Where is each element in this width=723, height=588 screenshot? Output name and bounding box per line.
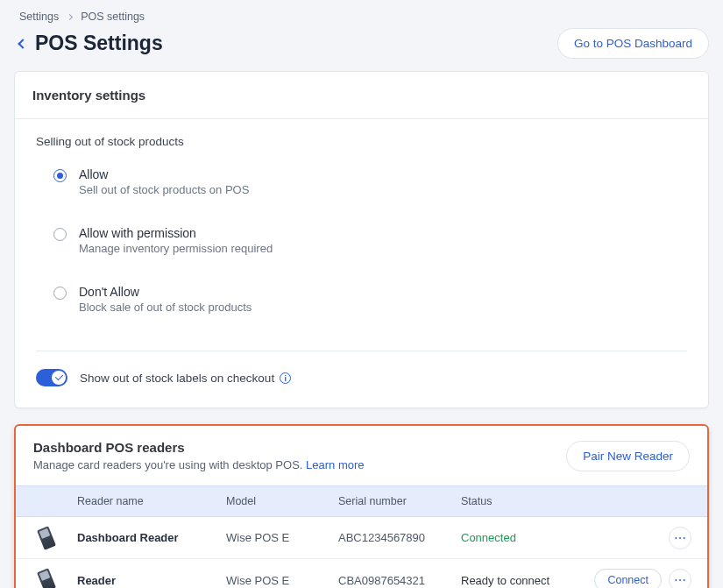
page-title: POS Settings: [35, 32, 163, 55]
radio-label: Allow with permission: [79, 226, 273, 240]
inventory-title: Inventory settings: [15, 72, 708, 119]
reader-model: Wise POS E: [226, 574, 338, 587]
radio-desc: Manage inventory permission required: [79, 242, 273, 255]
table-row: ReaderWise POS ECBA0987654321Ready to co…: [16, 559, 707, 588]
radio-option-dont-allow[interactable]: Don't Allow Block sale of out of stock p…: [36, 285, 687, 314]
chevron-right-icon: [67, 13, 73, 19]
card-reader-icon: [37, 526, 56, 549]
readers-subtitle: Manage card readers you're using with de…: [33, 458, 302, 471]
radio-option-allow[interactable]: Allow Sell out of stock products on POS: [36, 167, 687, 196]
back-icon[interactable]: [18, 39, 27, 48]
radio-option-allow-permission[interactable]: Allow with permission Manage inventory p…: [36, 226, 687, 255]
connect-button[interactable]: Connect: [594, 569, 662, 588]
readers-card: Dashboard POS readers Manage card reader…: [14, 424, 709, 588]
col-reader-name: Reader name: [77, 486, 226, 516]
table-row: Dashboard ReaderWise POS EABC1234567890C…: [16, 517, 707, 559]
more-actions-button[interactable]: ⋯: [669, 527, 691, 549]
radio-desc: Block sale of out of stock products: [79, 301, 252, 314]
radio-label: Don't Allow: [79, 285, 252, 299]
breadcrumb-root[interactable]: Settings: [19, 11, 59, 23]
radio-input[interactable]: [53, 169, 67, 182]
radio-input[interactable]: [53, 287, 67, 300]
radio-desc: Sell out of stock products on POS: [79, 183, 249, 196]
col-status: Status: [461, 486, 576, 516]
col-serial: Serial number: [338, 486, 461, 516]
card-reader-icon: [37, 568, 56, 588]
col-model: Model: [226, 486, 338, 516]
reader-model: Wise POS E: [226, 531, 338, 544]
out-of-stock-toggle[interactable]: [36, 369, 67, 386]
reader-name: Reader: [77, 574, 226, 587]
learn-more-link[interactable]: Learn more: [306, 458, 364, 471]
breadcrumb-current: POS settings: [81, 11, 145, 23]
inventory-settings-card: Inventory settings Selling out of stock …: [14, 71, 709, 408]
pair-new-reader-button[interactable]: Pair New Reader: [566, 441, 690, 471]
reader-status: Ready to connect: [461, 574, 576, 587]
radio-label: Allow: [79, 167, 249, 181]
breadcrumb: Settings POS settings: [14, 11, 709, 23]
go-to-dashboard-button[interactable]: Go to POS Dashboard: [557, 28, 709, 59]
reader-status: Connected: [461, 531, 576, 544]
inventory-subtitle: Selling out of stock products: [36, 135, 687, 148]
reader-serial: CBA0987654321: [338, 574, 461, 587]
readers-title: Dashboard POS readers: [33, 440, 365, 455]
radio-input[interactable]: [53, 228, 67, 241]
info-icon[interactable]: i: [280, 372, 291, 384]
more-actions-button[interactable]: ⋯: [669, 569, 691, 588]
toggle-label: Show out of stock labels on checkout: [80, 372, 274, 385]
reader-serial: ABC1234567890: [338, 531, 461, 544]
check-icon: [54, 372, 62, 380]
reader-name: Dashboard Reader: [77, 531, 226, 544]
readers-table-header: Reader name Model Serial number Status: [16, 485, 707, 517]
